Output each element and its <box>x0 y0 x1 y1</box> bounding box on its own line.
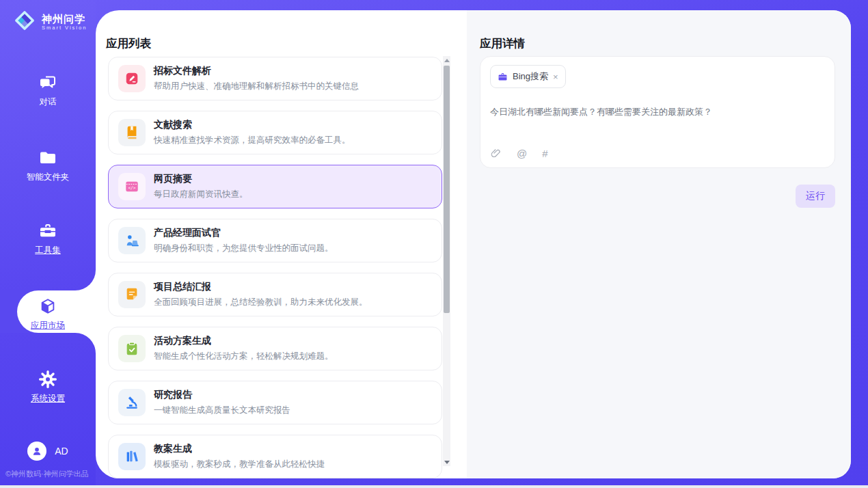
app-card-description: 快速精准查找学术资源，提高研究效率的必备工具。 <box>154 135 351 146</box>
paperclip-icon[interactable] <box>490 148 502 159</box>
app-card-description: 一键智能生成高质量长文本研究报告 <box>154 405 290 416</box>
app-card-title: 文献搜索 <box>154 119 351 131</box>
clipboard-check-icon <box>118 335 146 362</box>
app-card[interactable]: 产品经理面试官明确身份和职责，为您提供专业性的面试问题。 <box>108 219 442 262</box>
user-row[interactable]: AD <box>0 442 96 461</box>
avatar <box>27 442 46 461</box>
app-card[interactable]: 研究报告一键智能生成高质量长文本研究报告 <box>108 381 442 424</box>
edit-doc-icon <box>118 65 146 92</box>
sidebar-item-app-market[interactable]: 应用市场 <box>0 296 96 331</box>
app-card-description: 模板驱动，教案秒成，教学准备从此轻松快捷 <box>154 459 325 470</box>
sidebar-item-label: 对话 <box>40 96 57 108</box>
sidebar-item-label: 应用市场 <box>31 320 65 331</box>
book-icon <box>118 119 146 146</box>
prompt-input-card[interactable]: Bing搜索 × 今日湖北有哪些新闻要点？有哪些需要关注的最新政策？ @# <box>480 56 835 168</box>
scroll-up-icon[interactable] <box>443 56 450 64</box>
app-list: 招标文件解析帮助用户快速、准确地理解和解析招标书中的关键信息文献搜索快速精准查找… <box>108 57 442 478</box>
app-list-scrollbar[interactable] <box>443 56 450 466</box>
app-card[interactable]: 招标文件解析帮助用户快速、准确地理解和解析招标书中的关键信息 <box>108 57 442 100</box>
run-button[interactable]: 运行 <box>796 185 835 208</box>
app-card-title: 产品经理面试官 <box>154 227 334 239</box>
browser-code-icon: </> <box>118 173 146 200</box>
input-toolbar: @# <box>490 148 548 159</box>
app-card-title: 网页摘要 <box>154 173 248 185</box>
app-card-description: 明确身份和职责，为您提供专业性的面试问题。 <box>154 243 334 254</box>
app-card[interactable]: 活动方案生成智能生成个性化活动方案，轻松解决规划难题。 <box>108 327 442 370</box>
question-input[interactable]: 今日湖北有哪些新闻要点？有哪些需要关注的最新政策？ <box>490 106 825 118</box>
app-card-description: 全面回顾项目进展，总结经验教训，助力未来优化发展。 <box>154 297 368 308</box>
note-icon <box>118 281 146 308</box>
brand-subtitle: Smart Vision <box>42 25 87 31</box>
microscope-icon <box>118 389 146 416</box>
scroll-down-icon[interactable] <box>443 458 450 466</box>
chat-icon <box>0 72 96 93</box>
folder-icon <box>0 148 96 168</box>
sidebar-item-label: 工具集 <box>35 245 61 256</box>
app-card[interactable]: 文献搜索快速精准查找学术资源，提高研究效率的必备工具。 <box>108 111 442 154</box>
main-panel: 应用列表 招标文件解析帮助用户快速、准确地理解和解析招标书中的关键信息文献搜索快… <box>96 10 851 478</box>
briefcase-icon <box>498 72 508 82</box>
svg-text:</>: </> <box>128 185 135 190</box>
app-detail-panel: 应用详情 Bing搜索 × 今日湖北有哪些新闻要点？有哪些需要关注的最新政策？ … <box>467 10 851 478</box>
interviewer-icon <box>118 227 146 254</box>
user-name: AD <box>55 446 68 457</box>
sidebar-item-chat[interactable]: 对话 <box>0 72 96 108</box>
gear-icon <box>0 369 96 390</box>
cube-icon <box>0 296 96 316</box>
at-icon[interactable]: @ <box>517 148 527 159</box>
app-card[interactable]: </>网页摘要每日政府新闻资讯快查。 <box>108 165 442 208</box>
tool-tag-bing[interactable]: Bing搜索 × <box>490 65 566 88</box>
brand-logo: 神州问学 Smart Vision <box>12 8 87 36</box>
sidebar-footer: ©神州数码·神州问学出品 <box>5 469 89 479</box>
sidebar: 神州问学 Smart Vision 对话智能文件夹工具集应用市场系统设置 AD … <box>0 0 96 485</box>
app-card-title: 活动方案生成 <box>154 335 334 347</box>
tool-tag-label: Bing搜索 <box>513 70 548 83</box>
sidebar-item-system-settings[interactable]: 系统设置 <box>0 369 96 405</box>
sidebar-item-toolset[interactable]: 工具集 <box>0 221 96 256</box>
app-root: 应用列表 招标文件解析帮助用户快速、准确地理解和解析招标书中的关键信息文献搜索快… <box>0 0 868 488</box>
app-card-description: 每日政府新闻资讯快查。 <box>154 189 248 200</box>
app-card-description: 帮助用户快速、准确地理解和解析招标书中的关键信息 <box>154 81 359 92</box>
sidebar-item-smart-folders[interactable]: 智能文件夹 <box>0 148 96 183</box>
toolbox-icon <box>0 221 96 241</box>
books-icon <box>118 443 146 470</box>
app-card[interactable]: 教案生成模板驱动，教案秒成，教学准备从此轻松快捷 <box>108 435 442 478</box>
app-card-description: 智能生成个性化活动方案，轻松解决规划难题。 <box>154 351 334 362</box>
brand-name: 神州问学 <box>42 13 87 25</box>
scrollbar-thumb[interactable] <box>444 66 450 313</box>
sidebar-item-label: 系统设置 <box>31 393 65 405</box>
sidebar-item-label: 智能文件夹 <box>27 172 70 183</box>
app-detail-title: 应用详情 <box>480 36 525 51</box>
app-card-title: 研究报告 <box>154 389 290 401</box>
app-card[interactable]: 项目总结汇报全面回顾项目进展，总结经验教训，助力未来优化发展。 <box>108 273 442 316</box>
app-list-title: 应用列表 <box>106 36 151 51</box>
app-card-title: 项目总结汇报 <box>154 281 368 293</box>
hash-icon[interactable]: # <box>542 148 547 159</box>
app-card-title: 教案生成 <box>154 443 325 455</box>
brand-logo-icon <box>12 8 37 36</box>
close-icon[interactable]: × <box>553 72 558 81</box>
app-card-title: 招标文件解析 <box>154 65 359 77</box>
